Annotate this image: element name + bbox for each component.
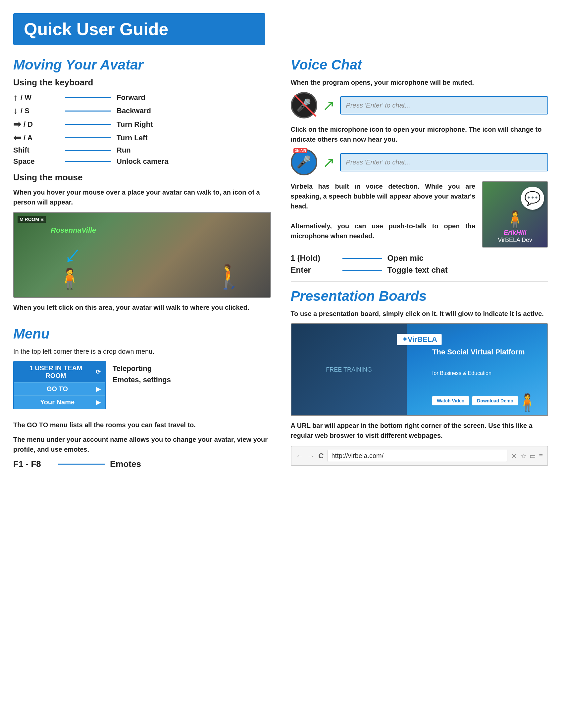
key-space-label: Space bbox=[13, 157, 35, 166]
key-action-forward: Forward bbox=[117, 93, 189, 102]
menu-row-name[interactable]: Your Name ▶ bbox=[14, 396, 105, 409]
key-action-space: Unlock camera bbox=[117, 157, 189, 166]
key-dash-backward bbox=[65, 111, 111, 112]
walk-arrow-icon: ↓ bbox=[59, 239, 89, 270]
pres-avatar-icon: 🧍 bbox=[517, 393, 538, 412]
ptt-enter-row: Enter Toggle text chat bbox=[291, 265, 548, 275]
menu-row-users[interactable]: 1 USER IN TEAM ROOM ⟳ bbox=[14, 362, 105, 383]
avatar-preview-box: 💬 🧍 ErikHill VirBELA Dev bbox=[482, 181, 548, 248]
voice-detect-p2: Alternatively, you can use push-to-talk … bbox=[291, 221, 476, 241]
key-dash-right bbox=[65, 124, 111, 125]
arrow-right-icon: ➡ bbox=[13, 119, 21, 130]
page: Quick User Guide Moving Your Avatar Usin… bbox=[13, 13, 550, 469]
key-row-backward: ↓ / S Backward bbox=[13, 106, 271, 116]
voice-detect-row: Virbela has built in voice detection. Wh… bbox=[291, 181, 548, 248]
mic-muted-circle[interactable]: 🎤 bbox=[291, 92, 317, 118]
avatar-name-tag: ErikHill VirBELA Dev bbox=[498, 229, 532, 244]
mic-muted-container: 🎤 ↗ Press 'Enter' to chat... bbox=[291, 92, 548, 118]
url-star-icon[interactable]: ☆ bbox=[520, 452, 526, 460]
pres-download-btn[interactable]: Download Demo bbox=[472, 396, 518, 405]
key-backward-letter: / S bbox=[21, 107, 29, 115]
mic-active-circle[interactable]: ON AIR 🎤 bbox=[291, 149, 317, 175]
key-right-letter: / D bbox=[23, 120, 33, 129]
menu-name-label: Your Name bbox=[19, 398, 96, 406]
page-title: Quick User Guide bbox=[24, 19, 255, 39]
emotes-settings-label: Emotes, settings bbox=[113, 376, 171, 384]
key-row-shift: Shift Run bbox=[13, 146, 271, 155]
right-column: Voice Chat When the program opens, your … bbox=[291, 57, 548, 469]
ptt-enter-dash bbox=[343, 270, 382, 271]
ptt-hold-key: 1 (Hold) bbox=[291, 253, 337, 263]
speech-bubble-icon: 💬 bbox=[521, 187, 544, 210]
key-space-col: Space bbox=[13, 157, 60, 166]
voice-detect-p1: Virbela has built in voice detection. Wh… bbox=[291, 181, 476, 211]
key-dash-left bbox=[65, 137, 111, 138]
key-dash-space bbox=[65, 161, 111, 162]
player-name: RosennaVille bbox=[51, 226, 96, 235]
ptt-hold-action: Open mic bbox=[388, 253, 424, 263]
teleporting-label: Teleporting bbox=[113, 364, 171, 373]
goto-text: The GO TO menu lists all the rooms you c… bbox=[13, 420, 271, 430]
key-row-left: ⬅ / A Turn Left bbox=[13, 132, 271, 143]
menu-actions: Teleporting Emotes, settings bbox=[113, 361, 171, 384]
key-forward-letter: / W bbox=[21, 93, 31, 102]
url-menu-icon[interactable]: ≡ bbox=[539, 452, 543, 460]
key-forward-col: ↑ / W bbox=[13, 92, 60, 103]
name-text: The menu under your account name allows … bbox=[13, 434, 271, 454]
arrow-up-icon: ↑ bbox=[13, 92, 18, 103]
avatar-screenshot: M ROOM B RosennaVille ↓ 🧍 🚶 bbox=[13, 212, 271, 298]
mic-arrow-icon: ↗ bbox=[323, 97, 335, 114]
menu-users-label: 1 USER IN TEAM ROOM bbox=[19, 364, 93, 380]
menu-goto-label: GO TO bbox=[19, 385, 96, 393]
pres-cta-buttons: Watch Video Download Demo bbox=[432, 396, 518, 405]
room-label: M ROOM B bbox=[18, 216, 46, 223]
presentation-text2: A URL bar will appear in the bottom righ… bbox=[291, 421, 548, 440]
two-col-layout: Moving Your Avatar Using the keyboard ↑ … bbox=[13, 57, 550, 469]
mouse-text2: When you left click on this area, your a… bbox=[13, 302, 271, 312]
menu-description: In the top left corner there is a drop d… bbox=[13, 346, 271, 356]
key-dash-forward bbox=[65, 97, 111, 98]
key-row-right: ➡ / D Turn Right bbox=[13, 119, 271, 130]
key-action-left: Turn Left bbox=[117, 134, 189, 142]
key-action-right: Turn Right bbox=[117, 120, 189, 129]
menu-rows: 1 USER IN TEAM ROOM ⟳ GO TO ▶ Your Name … bbox=[13, 361, 106, 409]
pres-virbela-logo: ✦VirBELA bbox=[397, 334, 442, 345]
moving-title: Moving Your Avatar bbox=[13, 57, 271, 73]
avatar-name-last: VirBELA Dev bbox=[498, 237, 532, 244]
menu-title: Menu bbox=[13, 326, 271, 342]
url-action-icons: ✕ ☆ ▭ ≡ bbox=[511, 452, 543, 460]
ptt-enter-action: Toggle text chat bbox=[388, 265, 448, 275]
header-banner: Quick User Guide bbox=[13, 13, 265, 45]
key-action-backward: Backward bbox=[117, 107, 189, 115]
url-refresh-btn[interactable]: C bbox=[319, 452, 324, 460]
url-cast-icon[interactable]: ▭ bbox=[530, 452, 536, 460]
url-back-btn[interactable]: ← bbox=[296, 452, 304, 460]
key-shift-label: Shift bbox=[13, 146, 29, 155]
mic-active-arrow-icon: ↗ bbox=[323, 154, 335, 171]
chat-input-muted[interactable]: Press 'Enter' to chat... bbox=[340, 96, 548, 114]
voice-title: Voice Chat bbox=[291, 57, 548, 73]
fkey-dash bbox=[58, 464, 105, 465]
keyboard-heading: Using the keyboard bbox=[13, 77, 271, 88]
pres-watch-btn[interactable]: Watch Video bbox=[432, 396, 469, 405]
left-column: Moving Your Avatar Using the keyboard ↑ … bbox=[13, 57, 271, 469]
url-forward-btn[interactable]: → bbox=[307, 452, 315, 460]
on-air-badge: ON AIR bbox=[294, 148, 308, 153]
avatar-preview-body: 🧍 bbox=[505, 210, 525, 229]
key-dash-shift bbox=[65, 150, 111, 151]
fkey-action: Emotes bbox=[110, 459, 141, 469]
url-close-icon[interactable]: ✕ bbox=[511, 452, 517, 460]
voice-detect-text: Virbela has built in voice detection. Wh… bbox=[291, 181, 476, 248]
chat-input-active[interactable]: Press 'Enter' to chat... bbox=[340, 153, 548, 171]
avatar-back-icon: 🧍 bbox=[57, 267, 82, 290]
menu-users-icon: ⟳ bbox=[96, 368, 101, 376]
key-backward-col: ↓ / S bbox=[13, 106, 60, 116]
avatar-name-first: ErikHill bbox=[498, 229, 532, 237]
mouse-heading: Using the mouse bbox=[13, 172, 271, 183]
voice-click-text: Click on the microphone icon to open you… bbox=[291, 124, 548, 144]
url-input[interactable]: http://virbela.com/ bbox=[328, 450, 507, 462]
menu-row-goto[interactable]: GO TO ▶ bbox=[14, 383, 105, 396]
fkey-row: F1 - F8 Emotes bbox=[13, 459, 271, 469]
arrow-left-icon: ⬅ bbox=[13, 132, 21, 143]
divider-presentation bbox=[291, 281, 548, 282]
